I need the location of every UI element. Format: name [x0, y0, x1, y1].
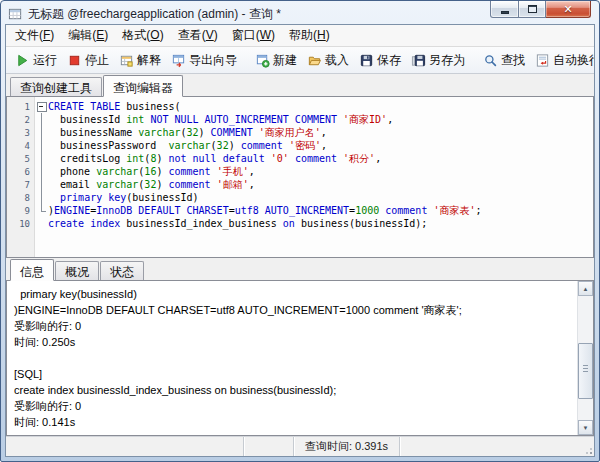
editor-line-10: 10create index businessId_index_business… [7, 217, 593, 230]
toolbar-button-label: 解释 [137, 52, 161, 69]
stop-button[interactable]: 停止 [62, 50, 114, 71]
save-as-button[interactable]: 另存为 [406, 50, 470, 71]
code-text: creditsLog int(8) not null default '0' c… [48, 152, 381, 165]
status-bar: 查询时间: 0.391s [6, 436, 594, 456]
toolbar-button-label: 新建 [273, 52, 297, 69]
editor-line-3: 3 businessName varchar(32) COMMENT '商家用户… [7, 126, 593, 139]
message-line: 时间: 0.250s [14, 334, 569, 350]
new-icon [255, 53, 270, 68]
editor-line-7: 7 email varchar(32) comment '邮箱', [7, 178, 593, 191]
code-text: )ENGINE=InnoDB DEFAULT CHARSET=utf8 AUTO… [48, 204, 482, 217]
message-line: primary key(businessId) [14, 286, 569, 302]
toolbar-button-label: 保存 [377, 52, 401, 69]
explain-icon [119, 53, 134, 68]
code-text: businessPassword varchar(32) comment '密码… [48, 139, 327, 152]
result-tab-bar: 信息概况状态 [6, 258, 594, 280]
query-time-label: 查询时间: 0.391s [305, 439, 388, 454]
scroll-up-button[interactable]: ▲ [578, 281, 593, 296]
fold-guide [35, 178, 48, 191]
line-number: 10 [7, 219, 35, 229]
scroll-down-button[interactable]: ▼ [578, 420, 593, 435]
status-pane-mid [244, 437, 294, 456]
run-button[interactable]: 运行 [10, 50, 62, 71]
code-text: businessName varchar(32) COMMENT '商家用户名'… [48, 126, 327, 139]
title-bar[interactable]: 无标题 @freechargeapplication (admin) - 查询 … [1, 1, 599, 24]
word-wrap-button[interactable]: 自动换行 [530, 50, 595, 71]
arrow-down-icon: ▼ [583, 425, 589, 431]
status-pane-right [400, 437, 594, 456]
load-button[interactable]: 载入 [302, 50, 354, 71]
save-icon [359, 53, 374, 68]
window-title: 无标题 @freechargeapplication (admin) - 查询 … [28, 6, 281, 23]
save-button[interactable]: 保存 [354, 50, 406, 71]
message-line: create index businessId_index_business o… [14, 382, 569, 398]
editor-line-5: 5 creditsLog int(8) not null default '0'… [7, 152, 593, 165]
message-line: 受影响的行: 0 [14, 398, 569, 414]
line-number: 3 [7, 128, 35, 138]
code-text: create index businessId_index_business o… [48, 217, 427, 230]
menu-item[interactable]: 格式(O) [115, 25, 170, 46]
menu-item[interactable]: 文件(F) [8, 25, 61, 46]
menu-item[interactable]: 编辑(E) [61, 25, 115, 46]
toolbar: 运行停止解释导出向导新建载入保存另存为查找自动换行 [6, 47, 594, 74]
fold-margin [35, 217, 48, 230]
maximize-icon [528, 5, 537, 13]
query-window-icon [8, 7, 23, 22]
find-button[interactable]: 查找 [478, 50, 530, 71]
code-text: email varchar(32) comment '邮箱', [48, 178, 255, 191]
find-icon [483, 53, 498, 68]
code-text: primary key(businessId) [48, 191, 199, 204]
scrollbar-thumb[interactable] [578, 343, 593, 399]
toolbar-button-label: 另存为 [429, 52, 465, 69]
minimize-button[interactable] [490, 1, 519, 18]
resize-grip-icon[interactable] [583, 445, 592, 454]
explain-button[interactable]: 解释 [114, 50, 166, 71]
query-tab-0[interactable]: 查询创建工具 [10, 77, 102, 96]
message-line: )ENGINE=InnoDB DEFAULT CHARSET=utf8 AUTO… [14, 302, 569, 318]
fold-guide [35, 165, 48, 178]
code-text: businessId int NOT NULL AUTO_INCREMENT C… [48, 113, 393, 126]
editor-line-2: 2 businessId int NOT NULL AUTO_INCREMENT… [7, 113, 593, 126]
editor-line-9: 9)ENGINE=InnoDB DEFAULT CHARSET=utf8 AUT… [7, 204, 593, 217]
line-number: 9 [7, 206, 35, 216]
menu-item[interactable]: 查看(V) [171, 25, 225, 46]
load-icon [307, 53, 322, 68]
fold-collapse-icon[interactable] [35, 100, 48, 113]
message-lines: primary key(businessId))ENGINE=InnoDB DE… [7, 281, 593, 430]
maximize-button[interactable] [519, 1, 546, 18]
menu-item[interactable]: 窗口(W) [225, 25, 282, 46]
query-tab-1[interactable]: 查询编辑器 [103, 75, 183, 97]
code-text: phone varchar(16) comment '手机', [48, 165, 255, 178]
client-area: 文件(F)编辑(E)格式(O)查看(V)窗口(W)帮助(H) 运行停止解释导出向… [5, 24, 595, 457]
editor-line-8: 8 primary key(businessId) [7, 191, 593, 204]
toolbar-button-label: 自动换行 [553, 52, 595, 69]
save-as-icon [411, 53, 426, 68]
status-pane-query-time: 查询时间: 0.391s [294, 437, 400, 456]
message-panel[interactable]: primary key(businessId))ENGINE=InnoDB DE… [6, 280, 594, 436]
arrow-up-icon: ▲ [583, 286, 589, 292]
line-number: 7 [7, 180, 35, 190]
editor-line-6: 6 phone varchar(16) comment '手机', [7, 165, 593, 178]
result-tab-2[interactable]: 状态 [100, 261, 144, 280]
fold-guide [35, 113, 48, 126]
close-icon: ✕ [563, 4, 572, 15]
new-button[interactable]: 新建 [250, 50, 302, 71]
query-tab-bar: 查询创建工具查询编辑器 [6, 74, 594, 96]
editor-line-4: 4 businessPassword varchar(32) comment '… [7, 139, 593, 152]
message-line: 时间: 0.141s [14, 414, 569, 430]
line-number: 8 [7, 193, 35, 203]
result-tab-0[interactable]: 信息 [10, 259, 54, 281]
export-wizard-icon [171, 53, 186, 68]
message-line: 受影响的行: 0 [14, 318, 569, 334]
minimize-icon [501, 11, 509, 14]
fold-guide [35, 139, 48, 152]
close-button[interactable]: ✕ [546, 1, 591, 18]
line-number: 4 [7, 141, 35, 151]
sql-editor[interactable]: 1CREATE TABLE business(2 businessId int … [6, 96, 594, 258]
result-tab-1[interactable]: 概况 [55, 261, 99, 280]
menu-item[interactable]: 帮助(H) [282, 25, 337, 46]
export-wizard-button[interactable]: 导出向导 [166, 50, 242, 71]
line-number: 5 [7, 154, 35, 164]
fold-guide [35, 152, 48, 165]
vertical-scrollbar[interactable]: ▲ ▼ [577, 281, 593, 435]
